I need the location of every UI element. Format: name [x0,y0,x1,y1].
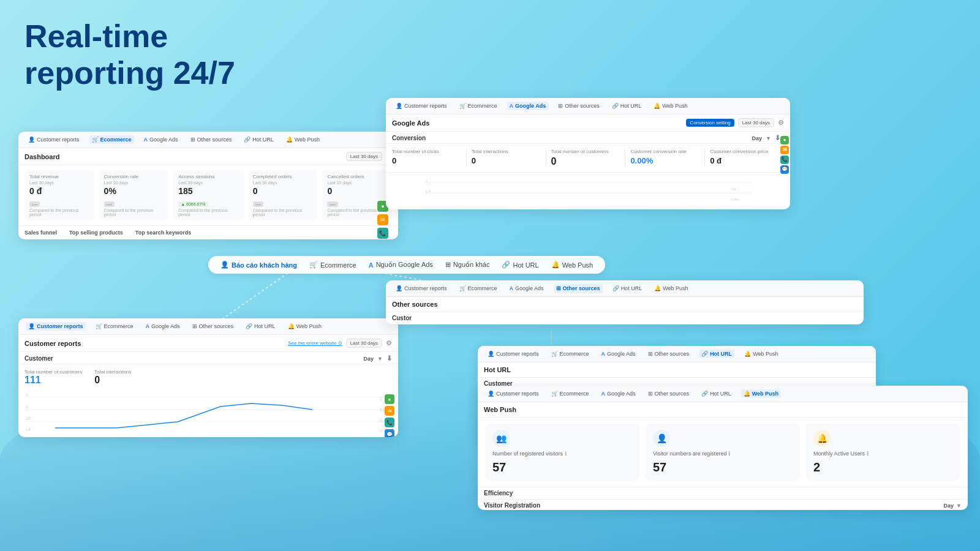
tab-wp-google-ads[interactable]: A Google Ads [599,389,638,398]
settings-icon-cr[interactable]: ⚙ [386,339,392,347]
tab-cr-customer[interactable]: 👤 Customer reports [26,322,86,331]
tab-cr-hot-url[interactable]: 🔗 Hot URL [243,322,278,331]
nav-item-hot-url[interactable]: 🔗 Hot URL [502,261,538,269]
tab-cr-other[interactable]: ⊞ Other sources [190,322,236,331]
info-icon-2[interactable]: ℹ [867,451,869,457]
tab-customer-reports[interactable]: 👤 Customer reports [26,135,82,144]
stat-customers: Total number of customers 0 [546,149,626,167]
tab-os-hot-url[interactable]: 🔗 Hot URL [610,284,645,293]
tab-google-ads[interactable]: A Google Ads [141,135,181,144]
svg-text:1: 1 [380,397,382,401]
wp-card-mau: 🔔 Monthly Active Users ℹ 2 [806,424,960,481]
tab-hu-web-push[interactable]: 🔔 Web Push [742,350,780,358]
tab-ga-ecommerce[interactable]: 🛒 Ecommerce [457,102,500,110]
icon-orange[interactable]: ✉ [377,214,388,225]
tab-os-customer[interactable]: 👤 Customer reports [393,284,450,293]
download-icon-ga[interactable]: ⬇ [775,134,780,142]
metric-cancelled-orders: Cancelled orders Last 30 days 0 ---- Com… [322,170,392,220]
icon-teal[interactable]: 📞 [377,228,388,239]
info-icon-1[interactable]: ℹ [728,451,730,457]
tab-hu-other[interactable]: ⊞ Other sources [646,350,692,358]
tab-hu-customer[interactable]: 👤 Customer reports [485,350,541,358]
tab-ga-other[interactable]: ⊞ Other sources [556,102,602,110]
tab-cr-ecommerce[interactable]: 🛒 Ecommerce [93,322,136,331]
tab-wp-web-push[interactable]: 🔔 Web Push [741,389,781,398]
last30-badge-cr[interactable]: Last 30 days [346,339,382,348]
wp-icon-registered: 👥 [492,430,510,447]
stat-clicks: Total number of clicks 0 [392,149,467,167]
tab-ecommerce[interactable]: 🛒 Ecommerce [89,135,134,144]
svg-text:0.4: 0.4 [426,190,431,193]
tab-web-push[interactable]: 🔔 Web Push [284,135,322,144]
nav-item-bao-cao[interactable]: 👤 Báo cáo khách hàng [221,261,297,269]
other-sources-section: Custor [392,315,412,321]
hot-url-nav-tabs: 👤 Customer reports 🛒 Ecommerce A Google … [478,346,876,362]
info-icon-0[interactable]: ℹ [565,451,567,457]
ga-icon-orange[interactable]: ✉ [780,146,789,154]
tab-wp-ecommerce[interactable]: 🛒 Ecommerce [549,389,592,398]
tab-hu-ecommerce[interactable]: 🛒 Ecommerce [549,350,592,358]
sort-icon-cr[interactable]: ▼ [377,356,383,362]
tab-cr-google-ads[interactable]: A Google Ads [143,322,183,331]
dashboard-header: Dashboard Last 30 days ⚙ [18,148,398,165]
conversion-section-label: Conversion [392,135,426,141]
tab-cr-web-push[interactable]: 🔔 Web Push [285,322,324,331]
tab-os-other[interactable]: ⊞ Other sources [554,284,603,293]
last30-badge[interactable]: Last 30 days [346,152,382,161]
nav-item-nguon-khac[interactable]: ⊞ Nguồn khác [445,261,490,269]
sort-icon-ga[interactable]: ▼ [766,135,771,141]
ga-icon-green[interactable]: ● [780,136,789,144]
google-ads-title: Google Ads [392,119,429,127]
section-top-selling[interactable]: Top selling products [69,230,123,236]
efficiency-label: Efficiency [484,490,513,497]
cr-icon-orange[interactable]: ✉ [385,406,394,416]
nav-item-ecommerce[interactable]: 🛒 Ecommerce [309,261,356,269]
tab-hu-hot-url[interactable]: 🔗 Hot URL [699,350,734,358]
tab-wp-customer[interactable]: 👤 Customer reports [485,389,541,398]
other-sources-nav-tabs: 👤 Customer reports 🛒 Ecommerce A Google … [386,280,864,297]
tab-hu-google-ads[interactable]: A Google Ads [599,350,638,358]
tab-other-sources[interactable]: ⊞ Other sources [188,135,235,144]
tab-ga-customer[interactable]: 👤 Customer reports [393,102,450,110]
tab-ga-google-ads[interactable]: A Google Ads [507,102,549,110]
other-sources-header: Other sources [386,297,864,312]
nav-item-web-push[interactable]: 🔔 Web Push [551,261,594,269]
tab-wp-other[interactable]: ⊞ Other sources [646,389,692,398]
conversion-setting-btn[interactable]: Conversion setting [686,119,734,127]
cr-icon-blue[interactable]: 💬 [385,429,394,437]
tab-ga-hot-url[interactable]: 🔗 Hot URL [609,102,644,110]
tab-ga-web-push[interactable]: 🔔 Web Push [651,102,690,110]
stat-total-interactions: Total interactions 0 [94,369,131,386]
tab-wp-hot-url[interactable]: 🔗 Hot URL [699,389,734,398]
dashboard-nav-tabs: 👤 Customer reports 🛒 Ecommerce A Google … [18,132,398,148]
google-ads-header: Google Ads Conversion setting Last 30 da… [386,114,790,132]
nav-item-nguon-google[interactable]: A Nguồn Google Ads [369,261,433,269]
tab-os-web-push[interactable]: 🔔 Web Push [652,284,690,293]
cr-icon-teal[interactable]: 📞 [385,418,394,427]
wp-label-registered: Number of registered visitors ℹ [492,451,632,457]
svg-text:1: 1 [26,392,28,397]
stat-interactions: Total interactions 0 [467,149,546,167]
visitor-reg-label: Visitor Registration [484,502,540,509]
svg-text:1%: 1% [731,187,736,191]
wp-card-registered: 👥 Number of registered visitors ℹ 57 [485,424,639,481]
google-ads-panel: 👤 Customer reports 🛒 Ecommerce A Google … [386,98,790,209]
settings-icon-ga[interactable]: ⚙ [778,119,784,127]
tab-os-google-ads[interactable]: A Google Ads [507,284,546,293]
metric-access-sessions: Access sessions Last 30 days 185 ▲ 6066.… [173,170,243,220]
last30-badge-ga[interactable]: Last 30 days [738,118,774,127]
ga-icon-teal[interactable]: 📞 [780,156,789,164]
download-icon-cr[interactable]: ⬇ [386,354,392,362]
sort-icon-wp[interactable]: ▼ [956,503,962,509]
svg-text:1: 1 [426,179,428,182]
wp-value-visitor: 57 [653,460,793,474]
main-nav-bar: 👤 Báo cáo khách hàng 🛒 Ecommerce A Nguồn… [208,256,605,274]
tab-os-ecommerce[interactable]: 🛒 Ecommerce [457,284,500,293]
section-sales-funnel[interactable]: Sales funnel [24,230,57,236]
cr-icon-green[interactable]: ● [385,394,394,404]
section-top-keywords[interactable]: Top search keywords [135,230,191,236]
tab-hot-url[interactable]: 🔗 Hot URL [241,135,276,144]
see-all-link[interactable]: See the entire website ⊙ [288,340,342,346]
dashboard-metrics: Total revenue Last 30 days 0 đ ---- Comp… [18,165,398,225]
wp-card-visitor-registered: 👤 Visitor numbers are registered ℹ 57 [646,424,800,481]
